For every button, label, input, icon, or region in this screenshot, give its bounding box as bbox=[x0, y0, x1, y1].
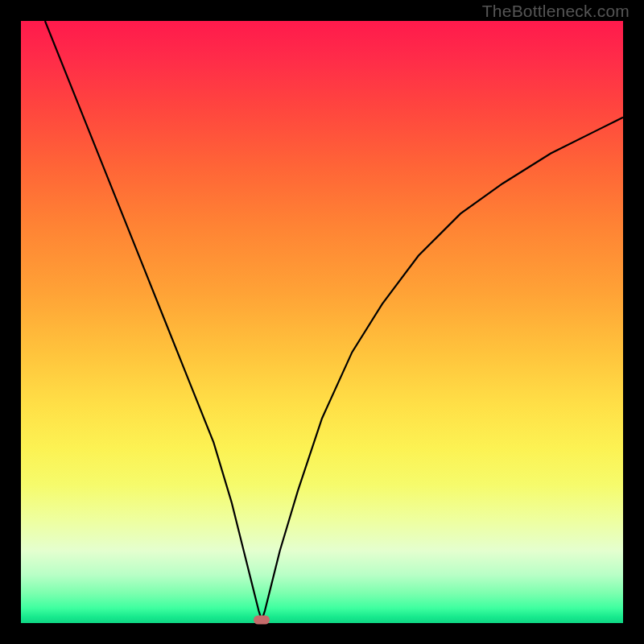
chart-frame: TheBottleneck.com bbox=[0, 0, 644, 644]
bottleneck-curve bbox=[45, 21, 623, 620]
watermark-text: TheBottleneck.com bbox=[482, 2, 630, 21]
plot-area bbox=[21, 21, 623, 623]
curve-svg bbox=[21, 21, 623, 623]
optimum-marker bbox=[254, 616, 270, 625]
